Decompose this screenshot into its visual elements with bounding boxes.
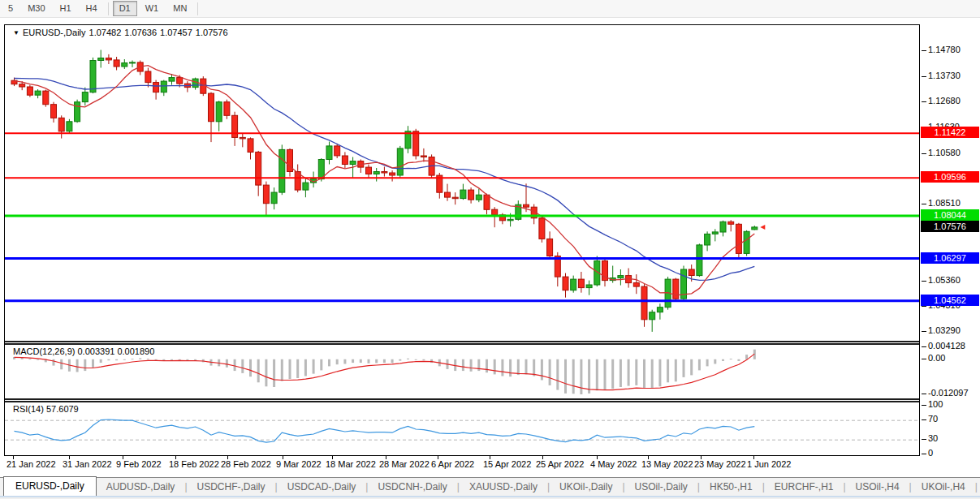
- date-tick-label: 13 May 2022: [641, 459, 693, 469]
- rsi-tick-label: 70: [928, 414, 938, 424]
- date-tick-label: 31 Jan 2022: [63, 459, 112, 469]
- price-axis[interactable]: 1.147801.137301.126801.116301.105801.085…: [921, 24, 980, 456]
- timeframe-button-H1[interactable]: H1: [54, 1, 78, 16]
- chart-dropdown-icon[interactable]: ▼: [13, 29, 19, 37]
- price-level-badge: 1.08044: [921, 209, 979, 221]
- chart-tab-usdchf-daily[interactable]: USDCHF-,Daily: [188, 479, 275, 496]
- price-tick-label: 1.08510: [928, 198, 961, 208]
- quote-low: 1.07457: [160, 28, 192, 37]
- timeframe-button-W1[interactable]: W1: [139, 1, 166, 16]
- date-tick-label: 25 Apr 2022: [536, 459, 584, 469]
- timeframe-button-MN[interactable]: MN: [166, 1, 193, 16]
- chart-tab-audusd-daily[interactable]: AUDUSD-,Daily: [97, 479, 185, 496]
- timeframe-button-M30[interactable]: M30: [21, 1, 51, 16]
- chart-tab-usdcnh-daily[interactable]: USDCNH-,Daily: [368, 479, 456, 496]
- date-tick-label: 28 Mar 2022: [379, 459, 430, 469]
- chart-tab-eurchf-h1[interactable]: EURCHF-,H1: [765, 479, 844, 496]
- chart-title: ▼EURUSD-,Daily1.074821.076361.074571.075…: [13, 28, 231, 37]
- date-tick-label: 28 Feb 2022: [221, 459, 271, 469]
- rsi-label: RSI(14) 57.6079: [13, 404, 79, 414]
- date-tick-label: 4 May 2022: [590, 459, 637, 469]
- date-tick-label: 9 Mar 2022: [276, 459, 322, 469]
- quote-open: 1.07482: [89, 28, 122, 37]
- chart-tab-eurusd-daily[interactable]: EURUSD-,Daily: [3, 476, 97, 496]
- rsi-tick-label: 100: [928, 399, 943, 409]
- chart-tab-hk50-h1[interactable]: HK50-,H1: [700, 479, 762, 496]
- price-level-badge: 1.11422: [921, 127, 979, 138]
- chart-tab-usdcad-daily[interactable]: USDCAD-,Daily: [278, 479, 366, 496]
- price-tick-label: 1.13730: [928, 71, 961, 80]
- timeframe-button-5[interactable]: 5: [2, 1, 19, 16]
- price-tick-label: 1.10580: [928, 148, 961, 157]
- chart-tab-bar: EURUSD-,DailyAUDUSD-,Daily|USDCHF-,Daily…: [0, 477, 980, 497]
- date-tick-label: 6 Apr 2022: [431, 459, 474, 469]
- timeframe-toolbar: 5M30H1H4D1W1MN: [0, 0, 980, 18]
- date-tick-label: 21 Jan 2022: [6, 459, 56, 469]
- date-tick-label: 9 Feb 2022: [116, 459, 162, 469]
- timeframe-button-H4[interactable]: H4: [80, 1, 104, 16]
- timeframe-button-D1[interactable]: D1: [113, 1, 137, 16]
- chart-tab-ukoil-daily[interactable]: UKOil-,Daily: [550, 479, 622, 496]
- price-tick-label: 1.05360: [928, 275, 961, 285]
- quote-high: 1.07636: [124, 28, 157, 37]
- chart-symbol-label: EURUSD-,Daily: [23, 28, 86, 37]
- macd-tick-label: 0.004128: [928, 341, 965, 351]
- macd-tick-label: 0.00: [928, 353, 945, 363]
- main-price-chart[interactable]: [5, 25, 919, 341]
- price-tick-label: 1.14780: [928, 45, 961, 54]
- chart-tab-usoil-daily[interactable]: USOil-,Daily: [625, 479, 697, 496]
- tab-separator: |: [975, 481, 978, 496]
- chart-tab-xauusd-daily[interactable]: XAUUSD-,Daily: [460, 479, 547, 496]
- date-tick-label: 1 Jun 2022: [747, 459, 791, 469]
- chart-tab-usoil-h4[interactable]: USOil-,H4: [846, 479, 909, 496]
- toolbar-separator: [108, 2, 109, 15]
- rsi-tick-label: 0: [928, 448, 933, 458]
- date-tick-label: 18 Mar 2022: [326, 459, 376, 469]
- price-level-badge: 1.09596: [921, 171, 979, 183]
- chart-tab-ukoil-h4[interactable]: UKOil-,H4: [912, 479, 975, 496]
- date-axis[interactable]: 21 Jan 202231 Jan 20229 Feb 202218 Feb 2…: [4, 456, 920, 475]
- price-tick-label: 1.12680: [928, 96, 961, 105]
- price-level-badge: 1.07576: [921, 221, 979, 232]
- rsi-indicator-chart[interactable]: [5, 402, 919, 456]
- date-tick-label: 18 Feb 2022: [169, 459, 219, 469]
- toolbar-separator: [197, 2, 198, 15]
- date-tick-label: 15 Apr 2022: [483, 459, 531, 469]
- macd-label: MACD(12,26,9) 0.003391 0.001890: [13, 346, 154, 356]
- price-level-badge: 1.06297: [921, 252, 979, 264]
- price-tick-label: 1.03290: [928, 325, 961, 335]
- quote-close: 1.07576: [196, 28, 228, 37]
- chart-window: ▼EURUSD-,Daily1.074821.076361.074571.075…: [4, 24, 920, 456]
- macd-tick-label: -0.012097: [928, 388, 969, 398]
- rsi-tick-label: 30: [928, 433, 938, 443]
- date-tick-label: 23 May 2022: [694, 459, 746, 469]
- price-level-badge: 1.04562: [921, 295, 979, 306]
